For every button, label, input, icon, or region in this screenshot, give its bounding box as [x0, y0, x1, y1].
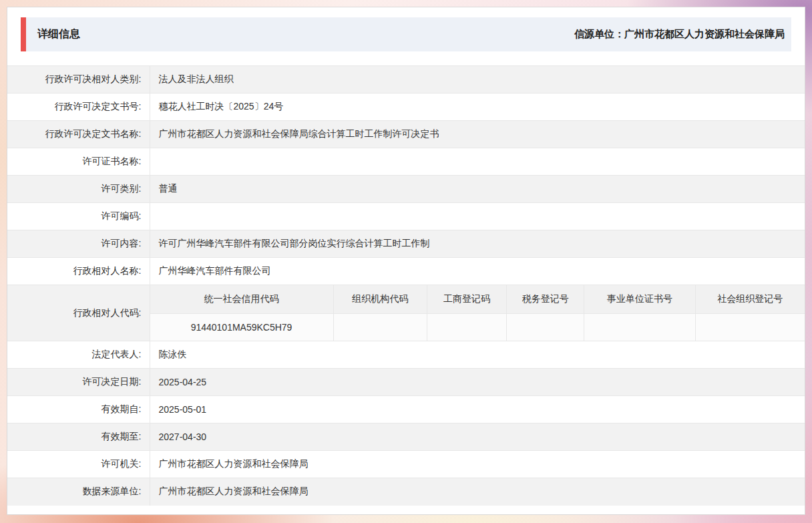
row-value: 2027-04-30 [150, 423, 805, 451]
code-header-cell: 税务登记号 [507, 285, 584, 313]
table-row: 许可编码: [7, 203, 805, 230]
row-label: 法定代表人: [7, 341, 150, 369]
row-value: 广州华峰汽车部件有限公司 [150, 258, 805, 285]
table-row: 许可证书名称: [7, 148, 805, 176]
table-row: 数据来源单位: 广州市花都区人力资源和社会保障局 [7, 478, 805, 506]
row-value: 广州市花都区人力资源和社会保障局 [150, 451, 805, 478]
code-header-cell: 统一社会信用代码 [150, 285, 334, 313]
detail-card: 详细信息 信源单位：广州市花都区人力资源和社会保障局 行政许可决相对人类别: 法… [7, 7, 805, 515]
table-row: 行政许可决相对人类别: 法人及非法人组织 [7, 66, 805, 94]
row-label: 许可机关: [7, 451, 150, 478]
row-value: 2025-04-25 [150, 369, 805, 396]
code-header-cell: 工商登记码 [427, 285, 507, 313]
code-table: 统一社会信用代码 组织机构代码 工商登记码 税务登记号 事业单位证书号 社会组织… [150, 285, 805, 341]
table-row: 行政相对人名称: 广州华峰汽车部件有限公司 [7, 258, 805, 285]
table-row: 许可内容: 许可广州华峰汽车部件有限公司部分岗位实行综合计算工时工作制 [7, 230, 805, 258]
row-label: 许可证书名称: [7, 148, 150, 176]
card-header: 详细信息 信源单位：广州市花都区人力资源和社会保障局 [21, 17, 791, 51]
row-value: 法人及非法人组织 [150, 66, 805, 94]
row-label: 许可编码: [7, 203, 150, 230]
credit-code-value: 91440101MA59KC5H79 [150, 313, 334, 341]
table-row: 法定代表人: 陈泳佚 [7, 341, 805, 369]
row-value: 广州市花都区人力资源和社会保障局 [150, 478, 805, 506]
row-value: 穗花人社工时决〔2025〕24号 [150, 94, 805, 121]
row-label: 许可类别: [7, 176, 150, 203]
table-row: 有效期至: 2027-04-30 [7, 423, 805, 451]
table-row: 许可类别: 普通 [7, 176, 805, 203]
row-value: 陈泳佚 [150, 341, 805, 369]
code-header-cell: 组织机构代码 [333, 285, 427, 313]
row-value: 许可广州华峰汽车部件有限公司部分岗位实行综合计算工时工作制 [150, 230, 805, 258]
code-value-cell [427, 313, 507, 341]
table-row: 许可机关: 广州市花都区人力资源和社会保障局 [7, 451, 805, 478]
row-label: 行政许可决定文书号: [7, 94, 150, 121]
row-label: 行政许可决相对人类别: [7, 66, 150, 94]
code-header-row: 统一社会信用代码 组织机构代码 工商登记码 税务登记号 事业单位证书号 社会组织… [150, 285, 805, 313]
table-row: 有效期自: 2025-05-01 [7, 396, 805, 423]
table-row: 行政许可决定文书名称: 广州市花都区人力资源和社会保障局综合计算工时工作制许可决… [7, 121, 805, 148]
row-label: 有效期至: [7, 423, 150, 451]
row-value [150, 203, 805, 230]
code-value-cell [584, 313, 696, 341]
code-header-cell: 社会组织登记号 [695, 285, 805, 313]
code-value-cell [695, 313, 805, 341]
row-value [150, 148, 805, 176]
code-value-row: 91440101MA59KC5H79 [150, 313, 805, 341]
code-value-cell [333, 313, 427, 341]
row-value: 普通 [150, 176, 805, 203]
table-row: 行政许可决定文书号: 穗花人社工时决〔2025〕24号 [7, 94, 805, 121]
code-value-cell [507, 313, 584, 341]
table-row: 许可决定日期: 2025-04-25 [7, 369, 805, 396]
row-label: 行政许可决定文书名称: [7, 121, 150, 148]
source-unit-label: 信源单位：广州市花都区人力资源和社会保障局 [574, 28, 785, 41]
row-label: 许可决定日期: [7, 369, 150, 396]
row-label: 许可内容: [7, 230, 150, 258]
row-label: 行政相对人名称: [7, 258, 150, 285]
row-label: 有效期自: [7, 396, 150, 423]
code-row: 行政相对人代码: 统一社会信用代码 组织机构代码 工商登记码 税务登记号 事业单… [7, 285, 805, 341]
row-value: 广州市花都区人力资源和社会保障局综合计算工时工作制许可决定书 [150, 121, 805, 148]
row-label: 数据来源单位: [7, 478, 150, 506]
detail-table: 行政许可决相对人类别: 法人及非法人组织 行政许可决定文书号: 穗花人社工时决〔… [7, 65, 805, 506]
page-title: 详细信息 [37, 27, 80, 41]
row-label: 行政相对人代码: [7, 285, 150, 341]
code-table-cell: 统一社会信用代码 组织机构代码 工商登记码 税务登记号 事业单位证书号 社会组织… [150, 285, 805, 341]
red-accent-bar [21, 17, 26, 51]
code-header-cell: 事业单位证书号 [584, 285, 696, 313]
row-value: 2025-05-01 [150, 396, 805, 423]
